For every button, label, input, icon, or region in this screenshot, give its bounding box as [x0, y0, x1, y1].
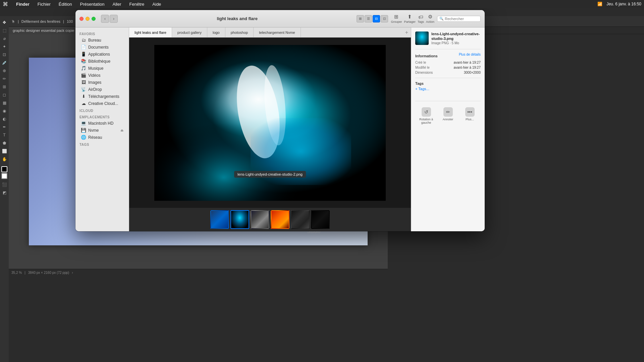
- plus-label: Plus...: [466, 118, 474, 121]
- menu-fenetre[interactable]: Fenêtre: [128, 2, 146, 7]
- sidebar-item-musique[interactable]: 🎵 Musique: [77, 65, 127, 72]
- thumb-4[interactable]: [271, 210, 289, 229]
- search-input[interactable]: [445, 17, 478, 21]
- maximize-button[interactable]: [92, 17, 96, 21]
- ps-tool-dodge[interactable]: ◐: [1, 115, 8, 123]
- ps-topbar-mode: 🖱: [11, 19, 15, 23]
- tab-telechargement[interactable]: telechargement Nvme: [254, 27, 301, 37]
- thumb-5[interactable]: [291, 210, 310, 229]
- sidebar-musique-label: Musique: [88, 66, 103, 71]
- sidebar-item-videos[interactable]: 🎬 Vidéos: [77, 72, 127, 79]
- close-button[interactable]: [79, 17, 84, 21]
- annoter-button[interactable]: ✏ Annoter: [439, 107, 457, 124]
- app-name-menu[interactable]: Finder: [15, 2, 31, 7]
- menu-aide[interactable]: Aide: [151, 2, 162, 7]
- ps-tool-heal[interactable]: ⊕: [1, 67, 8, 74]
- thumb-2-selected[interactable]: [230, 210, 249, 229]
- grouper-icon: ⊞: [394, 14, 398, 20]
- view-list-btn[interactable]: ☰: [365, 15, 372, 22]
- ps-tool-hand[interactable]: ✋: [1, 156, 8, 163]
- ps-tool-crop[interactable]: ⊡: [1, 51, 8, 58]
- panel-divider-1: [415, 49, 481, 49]
- tags-button[interactable]: 🏷 Tags: [418, 14, 424, 23]
- ps-foreground-color[interactable]: [1, 166, 7, 172]
- menu-edition[interactable]: Édition: [57, 2, 73, 7]
- sidebar-nvme-label: Nvme: [88, 128, 99, 133]
- sidebar-item-creative-cloud[interactable]: ☁ Creative Cloud...: [77, 100, 127, 107]
- panel-plus-details-link[interactable]: Plus de détails: [459, 53, 481, 56]
- ps-tool-pen[interactable]: ✒: [1, 123, 8, 131]
- nvme-eject-icon[interactable]: ⏏: [120, 128, 123, 132]
- applications-icon: 📱: [81, 52, 86, 57]
- tab-light-leaks[interactable]: light leaks and flare: [129, 27, 172, 37]
- ps-tool-eyedropper[interactable]: 💉: [1, 59, 8, 66]
- ps-tool-select[interactable]: ⬚: [1, 27, 8, 34]
- plus-button[interactable]: ••• Plus...: [461, 107, 479, 124]
- tab-logo[interactable]: logo: [207, 27, 225, 37]
- ps-background-color[interactable]: [1, 173, 7, 179]
- sidebar-item-airdrop[interactable]: 📡 AirDrop: [77, 86, 127, 93]
- panel-divider-2: [415, 78, 481, 78]
- panel-dimensions-row: Dimensions 3000×2000: [415, 71, 481, 74]
- favoris-section-title: Favoris: [75, 30, 129, 37]
- menu-aller[interactable]: Aller: [111, 2, 123, 7]
- ps-tool-brush[interactable]: ✏: [1, 75, 8, 82]
- action-button[interactable]: ⚙ Action: [426, 14, 434, 23]
- thumb-1[interactable]: [210, 210, 229, 229]
- sidebar-airdrop-label: AirDrop: [88, 87, 102, 92]
- tab-photoshop[interactable]: photoshop: [225, 27, 254, 37]
- sidebar-item-bureau[interactable]: 🗂 Bureau: [77, 37, 127, 44]
- sidebar-documents-label: Documents: [88, 45, 109, 50]
- tags-icon: 🏷: [418, 14, 423, 20]
- sidebar-item-telechargements[interactable]: ⬇ Téléchargements: [77, 93, 127, 100]
- ps-tool-gradient[interactable]: ▦: [1, 99, 8, 107]
- ps-tool-move[interactable]: ✥: [1, 19, 8, 26]
- ps-tool-lasso[interactable]: ⌀: [1, 35, 8, 42]
- view-gallery-btn[interactable]: ⊡: [381, 15, 388, 22]
- thumb-6[interactable]: [311, 210, 330, 229]
- back-button[interactable]: ‹: [101, 15, 109, 23]
- forward-button[interactable]: ›: [110, 15, 118, 23]
- sidebar-item-reseau[interactable]: 🌐 Réseau: [77, 134, 127, 141]
- ps-tool-eraser[interactable]: ◻: [1, 91, 8, 99]
- sidebar-item-applications[interactable]: 📱 Applications: [77, 51, 127, 58]
- preview-tooltip: lens-Light-undyed-creative-studio-2.png: [234, 171, 306, 178]
- view-icon-btn[interactable]: ⊞: [357, 15, 364, 22]
- ps-tool-mask[interactable]: ⬛: [1, 181, 8, 188]
- ps-tool-clone[interactable]: ⊞: [1, 83, 8, 90]
- ps-tool-shape[interactable]: ⬜: [1, 147, 8, 155]
- add-tab-button[interactable]: +: [402, 27, 411, 37]
- bureau-icon: 🗂: [81, 38, 86, 43]
- sidebar-item-macintosh-hd[interactable]: 💻 Macintosh HD: [77, 120, 127, 127]
- ps-status-arrow: ›: [72, 271, 73, 275]
- finder-window: ‹ › light leaks and flare ⊞ ☰ ⊟ ⊡ ⊞ Grou…: [75, 10, 485, 231]
- rotation-button[interactable]: ↺ Rotation àgauche: [417, 107, 435, 124]
- minimize-button[interactable]: [86, 17, 90, 21]
- panel-filename: lens-Light-undyed-creative-studio-3.png: [431, 32, 481, 41]
- tab-product-gallery[interactable]: product gallery: [172, 27, 207, 37]
- ps-tool-text[interactable]: T: [1, 131, 8, 139]
- documents-icon: 📄: [81, 45, 86, 50]
- ps-topbar-window-mode: Défilement des fenêtres: [21, 19, 60, 23]
- apple-menu-icon[interactable]: ⌘: [3, 1, 8, 7]
- panel-add-tag[interactable]: + Tags...: [415, 87, 481, 91]
- ps-tool-screen[interactable]: ◩: [1, 189, 8, 196]
- panel-informations-section: Informations Plus de détails: [415, 53, 481, 59]
- ps-tool-magic[interactable]: ✦: [1, 43, 8, 50]
- ps-tool-path[interactable]: ⬟: [1, 139, 8, 147]
- sidebar-item-images[interactable]: 🖼 Images: [77, 79, 127, 86]
- finder-tabs: light leaks and flare product gallery lo…: [129, 27, 411, 38]
- rotation-label: Rotation àgauche: [419, 118, 433, 124]
- finder-search[interactable]: 🔍: [437, 16, 481, 22]
- menu-fichier[interactable]: Fichier: [36, 2, 52, 7]
- grouper-button[interactable]: ⊞ Grouper: [391, 14, 402, 23]
- thumb-3[interactable]: [251, 210, 269, 229]
- sidebar-item-nvme[interactable]: 💾 Nvme ⏏: [77, 127, 127, 134]
- partager-button[interactable]: ⬆ Partager: [404, 14, 416, 23]
- ps-tool-blur[interactable]: ◉: [1, 107, 8, 115]
- menu-presentation[interactable]: Présentation: [79, 2, 106, 7]
- view-columns-btn[interactable]: ⊟: [373, 15, 380, 22]
- panel-modified-value: avant-hier à 19:27: [453, 66, 481, 69]
- sidebar-item-documents[interactable]: 📄 Documents: [77, 44, 127, 51]
- sidebar-item-bibliotheque[interactable]: 📚 Bibliothèque: [77, 58, 127, 65]
